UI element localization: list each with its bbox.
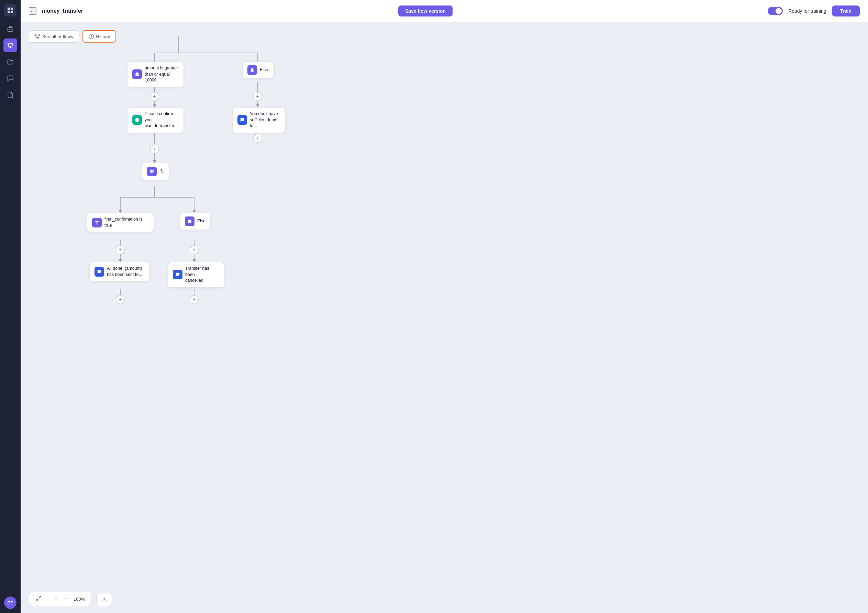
svg-point-5: [9, 29, 10, 30]
amount-condition-text: amount is greater than or equal 10000: [145, 65, 179, 84]
else-1-icon: [247, 65, 257, 75]
final-confirmation-text: final_confirmation is true: [104, 217, 142, 229]
svg-rect-4: [8, 28, 13, 32]
if-node[interactable]: If...: [142, 163, 169, 180]
all-done-icon: [95, 267, 104, 277]
history-label: History: [96, 34, 110, 39]
add-btn-2[interactable]: +: [253, 92, 262, 101]
svg-point-6: [11, 29, 12, 30]
condition-icon: [132, 70, 142, 79]
flow-canvas: See other flows History: [21, 22, 434, 306]
else-2-icon: [185, 217, 194, 226]
else-2-text: Else: [197, 218, 206, 224]
svg-point-8: [12, 43, 13, 44]
header: ← money_transfer Save flow version Ready…: [21, 0, 434, 22]
see-other-flows-button[interactable]: See other flows: [29, 30, 79, 43]
else-1-node[interactable]: Else: [242, 62, 273, 79]
add-btn-1[interactable]: +: [150, 92, 159, 101]
insufficient-funds-node[interactable]: You don't have sufficient funds to...: [232, 107, 285, 133]
svg-point-11: [39, 35, 40, 36]
svg-marker-42: [119, 259, 122, 262]
flow-lines: [21, 22, 434, 306]
add-btn-7[interactable]: +: [116, 295, 125, 304]
please-confirm-text: Please confirm: you want to transfer...: [145, 111, 179, 129]
sidebar-item-bot[interactable]: [3, 22, 17, 36]
svg-point-7: [8, 43, 9, 44]
cancelled-icon: [173, 270, 183, 279]
page-title: money_transfer: [42, 8, 83, 14]
back-button[interactable]: ←: [29, 7, 36, 15]
add-btn-3[interactable]: +: [253, 134, 262, 142]
add-btn-5[interactable]: +: [116, 245, 125, 254]
transfer-cancelled-node[interactable]: Transfer has been cancelled: [168, 262, 225, 288]
svg-rect-0: [8, 8, 10, 10]
save-flow-button[interactable]: Save flow version: [398, 6, 434, 17]
sidebar: BT: [0, 0, 21, 306]
add-btn-8[interactable]: +: [190, 295, 198, 304]
svg-marker-37: [153, 104, 157, 107]
else-1-text: Else: [260, 67, 268, 73]
transfer-cancelled-text: Transfer has been cancelled: [185, 266, 219, 284]
if-text: If...: [160, 169, 165, 175]
all-done-node[interactable]: All done. {amount} has been sent to...: [89, 262, 149, 282]
svg-rect-3: [11, 11, 13, 13]
svg-rect-1: [11, 8, 13, 10]
sidebar-item-doc[interactable]: [3, 88, 17, 102]
sidebar-logo: [4, 4, 17, 17]
sidebar-item-flows[interactable]: [3, 39, 17, 52]
svg-point-10: [36, 35, 36, 36]
add-btn-6[interactable]: +: [190, 245, 198, 254]
other-flows-label: See other flows: [42, 34, 73, 39]
toolbar-left: See other flows History: [29, 30, 116, 43]
svg-marker-40: [119, 210, 122, 213]
svg-marker-43: [192, 259, 196, 262]
if-icon: [147, 167, 157, 176]
amount-condition-node[interactable]: amount is greater than or equal 10000: [127, 62, 184, 87]
confirm-icon: [132, 115, 142, 125]
history-button[interactable]: History: [82, 30, 116, 43]
please-confirm-node[interactable]: Please confirm: you want to transfer...: [127, 107, 184, 133]
else-2-node[interactable]: Else: [180, 213, 211, 230]
final-confirmation-node[interactable]: final_confirmation is true: [87, 213, 154, 232]
insufficient-funds-text: You don't have sufficient funds to...: [250, 111, 281, 129]
svg-rect-2: [8, 11, 10, 13]
sidebar-item-folder[interactable]: [3, 55, 17, 69]
svg-marker-41: [192, 210, 196, 213]
add-btn-4[interactable]: +: [150, 145, 159, 153]
sidebar-item-chat[interactable]: [3, 71, 17, 85]
svg-marker-38: [256, 104, 259, 107]
svg-marker-39: [153, 160, 157, 163]
final-confirm-icon: [92, 218, 102, 228]
all-done-text: All done. {amount} has been sent to...: [107, 266, 142, 278]
insufficient-icon: [237, 115, 247, 125]
